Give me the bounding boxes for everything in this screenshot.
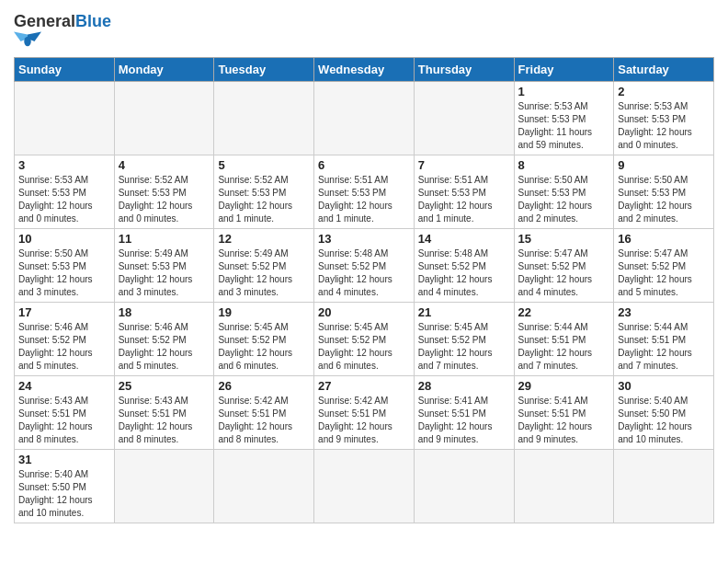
calendar-body: 1Sunrise: 5:53 AMSunset: 5:53 PMDaylight… — [15, 82, 714, 523]
calendar-cell-3-3: 20Sunrise: 5:45 AMSunset: 5:52 PMDayligh… — [314, 303, 415, 376]
day-info: Sunrise: 5:47 AMSunset: 5:52 PMDaylight:… — [618, 247, 710, 299]
calendar-cell-1-4: 7Sunrise: 5:51 AMSunset: 5:53 PMDaylight… — [414, 155, 514, 229]
day-number: 31 — [18, 453, 110, 466]
day-number: 2 — [618, 85, 710, 98]
calendar-cell-2-3: 13Sunrise: 5:48 AMSunset: 5:52 PMDayligh… — [314, 229, 415, 303]
logo-blue: Blue — [75, 12, 111, 30]
day-info: Sunrise: 5:51 AMSunset: 5:53 PMDaylight:… — [318, 174, 410, 225]
day-number: 30 — [618, 379, 710, 393]
calendar-cell-1-0: 3Sunrise: 5:53 AMSunset: 5:53 PMDaylight… — [15, 155, 115, 229]
calendar-cell-4-2: 26Sunrise: 5:42 AMSunset: 5:51 PMDayligh… — [214, 376, 314, 450]
calendar-cell-3-6: 23Sunrise: 5:44 AMSunset: 5:51 PMDayligh… — [614, 303, 714, 376]
header-friday: Friday — [514, 58, 614, 82]
calendar-cell-2-2: 12Sunrise: 5:49 AMSunset: 5:52 PMDayligh… — [214, 229, 314, 303]
day-info: Sunrise: 5:44 AMSunset: 5:51 PMDaylight:… — [518, 321, 610, 373]
day-info: Sunrise: 5:40 AMSunset: 5:50 PMDaylight:… — [618, 395, 710, 446]
calendar-cell-2-5: 15Sunrise: 5:47 AMSunset: 5:52 PMDayligh… — [514, 229, 614, 303]
day-number: 20 — [318, 305, 410, 319]
day-info: Sunrise: 5:41 AMSunset: 5:51 PMDaylight:… — [518, 395, 610, 446]
calendar-cell-3-2: 19Sunrise: 5:45 AMSunset: 5:52 PMDayligh… — [214, 303, 314, 376]
calendar-cell-0-0 — [15, 82, 115, 155]
day-info: Sunrise: 5:50 AMSunset: 5:53 PMDaylight:… — [618, 174, 710, 225]
day-number: 14 — [418, 232, 510, 246]
day-info: Sunrise: 5:48 AMSunset: 5:52 PMDaylight:… — [418, 247, 510, 299]
day-number: 15 — [518, 232, 610, 246]
calendar-cell-2-4: 14Sunrise: 5:48 AMSunset: 5:52 PMDayligh… — [414, 229, 514, 303]
calendar-cell-1-6: 9Sunrise: 5:50 AMSunset: 5:53 PMDaylight… — [614, 155, 714, 229]
calendar-header: SundayMondayTuesdayWednesdayThursdayFrid… — [15, 58, 714, 82]
calendar-cell-4-4: 28Sunrise: 5:41 AMSunset: 5:51 PMDayligh… — [414, 376, 514, 450]
day-number: 3 — [18, 158, 110, 172]
day-number: 26 — [218, 379, 310, 393]
day-number: 9 — [618, 158, 710, 172]
day-info: Sunrise: 5:42 AMSunset: 5:51 PMDaylight:… — [218, 395, 310, 446]
day-number: 24 — [18, 379, 110, 393]
day-info: Sunrise: 5:40 AMSunset: 5:50 PMDaylight:… — [18, 468, 110, 520]
calendar-cell-5-2 — [214, 450, 314, 523]
day-info: Sunrise: 5:48 AMSunset: 5:52 PMDaylight:… — [318, 247, 410, 299]
day-number: 12 — [218, 232, 310, 246]
header-row: SundayMondayTuesdayWednesdayThursdayFrid… — [15, 58, 714, 82]
day-info: Sunrise: 5:51 AMSunset: 5:53 PMDaylight:… — [418, 174, 510, 225]
calendar-cell-4-5: 29Sunrise: 5:41 AMSunset: 5:51 PMDayligh… — [514, 376, 614, 450]
calendar-cell-0-4 — [414, 82, 514, 155]
day-number: 11 — [119, 232, 210, 246]
day-number: 21 — [418, 305, 510, 319]
day-info: Sunrise: 5:53 AMSunset: 5:53 PMDaylight:… — [18, 174, 110, 225]
calendar-cell-0-2 — [214, 82, 314, 155]
day-info: Sunrise: 5:53 AMSunset: 5:53 PMDaylight:… — [518, 100, 610, 152]
calendar-cell-4-6: 30Sunrise: 5:40 AMSunset: 5:50 PMDayligh… — [614, 376, 714, 450]
day-info: Sunrise: 5:49 AMSunset: 5:53 PMDaylight:… — [119, 247, 210, 299]
day-number: 5 — [218, 158, 310, 172]
svg-point-2 — [24, 37, 31, 47]
calendar-cell-0-5: 1Sunrise: 5:53 AMSunset: 5:53 PMDaylight… — [514, 82, 614, 155]
day-number: 29 — [518, 379, 610, 393]
day-number: 16 — [618, 232, 710, 246]
day-number: 18 — [119, 305, 210, 319]
logo-text: GeneralBlue — [14, 13, 111, 29]
calendar-cell-5-4 — [414, 450, 514, 523]
day-info: Sunrise: 5:50 AMSunset: 5:53 PMDaylight:… — [18, 247, 110, 299]
logo-bird-icon — [14, 31, 41, 52]
day-info: Sunrise: 5:53 AMSunset: 5:53 PMDaylight:… — [618, 100, 710, 152]
calendar-cell-5-1 — [114, 450, 214, 523]
day-number: 27 — [318, 379, 410, 393]
calendar-cell-3-5: 22Sunrise: 5:44 AMSunset: 5:51 PMDayligh… — [514, 303, 614, 376]
day-info: Sunrise: 5:47 AMSunset: 5:52 PMDaylight:… — [518, 247, 610, 299]
calendar-cell-2-1: 11Sunrise: 5:49 AMSunset: 5:53 PMDayligh… — [114, 229, 214, 303]
calendar-cell-0-6: 2Sunrise: 5:53 AMSunset: 5:53 PMDaylight… — [614, 82, 714, 155]
day-info: Sunrise: 5:52 AMSunset: 5:53 PMDaylight:… — [119, 174, 210, 225]
calendar-cell-3-4: 21Sunrise: 5:45 AMSunset: 5:52 PMDayligh… — [414, 303, 514, 376]
header-wednesday: Wednesday — [314, 58, 415, 82]
day-info: Sunrise: 5:43 AMSunset: 5:51 PMDaylight:… — [119, 395, 210, 446]
day-info: Sunrise: 5:42 AMSunset: 5:51 PMDaylight:… — [318, 395, 410, 446]
day-number: 10 — [18, 232, 110, 246]
day-info: Sunrise: 5:46 AMSunset: 5:52 PMDaylight:… — [119, 321, 210, 373]
calendar-cell-2-6: 16Sunrise: 5:47 AMSunset: 5:52 PMDayligh… — [614, 229, 714, 303]
logo-general: General — [14, 12, 75, 30]
calendar-week-1: 3Sunrise: 5:53 AMSunset: 5:53 PMDaylight… — [15, 155, 714, 229]
calendar-cell-5-5 — [514, 450, 614, 523]
day-info: Sunrise: 5:45 AMSunset: 5:52 PMDaylight:… — [418, 321, 510, 373]
calendar-cell-1-3: 6Sunrise: 5:51 AMSunset: 5:53 PMDaylight… — [314, 155, 415, 229]
day-number: 8 — [518, 158, 610, 172]
calendar-cell-1-2: 5Sunrise: 5:52 AMSunset: 5:53 PMDaylight… — [214, 155, 314, 229]
calendar-week-0: 1Sunrise: 5:53 AMSunset: 5:53 PMDaylight… — [15, 82, 714, 155]
calendar-cell-4-1: 25Sunrise: 5:43 AMSunset: 5:51 PMDayligh… — [114, 376, 214, 450]
header-saturday: Saturday — [614, 58, 714, 82]
calendar-cell-4-3: 27Sunrise: 5:42 AMSunset: 5:51 PMDayligh… — [314, 376, 415, 450]
day-info: Sunrise: 5:49 AMSunset: 5:52 PMDaylight:… — [218, 247, 310, 299]
day-info: Sunrise: 5:46 AMSunset: 5:52 PMDaylight:… — [18, 321, 110, 373]
calendar-cell-3-0: 17Sunrise: 5:46 AMSunset: 5:52 PMDayligh… — [15, 303, 115, 376]
calendar-week-3: 17Sunrise: 5:46 AMSunset: 5:52 PMDayligh… — [15, 303, 714, 376]
calendar-cell-5-6 — [614, 450, 714, 523]
day-info: Sunrise: 5:43 AMSunset: 5:51 PMDaylight:… — [18, 395, 110, 446]
calendar-cell-4-0: 24Sunrise: 5:43 AMSunset: 5:51 PMDayligh… — [15, 376, 115, 450]
day-number: 6 — [318, 158, 410, 172]
calendar-week-5: 31Sunrise: 5:40 AMSunset: 5:50 PMDayligh… — [15, 450, 714, 523]
header-sunday: Sunday — [15, 58, 115, 82]
day-number: 7 — [418, 158, 510, 172]
day-info: Sunrise: 5:44 AMSunset: 5:51 PMDaylight:… — [618, 321, 710, 373]
day-number: 13 — [318, 232, 410, 246]
day-info: Sunrise: 5:41 AMSunset: 5:51 PMDaylight:… — [418, 395, 510, 446]
